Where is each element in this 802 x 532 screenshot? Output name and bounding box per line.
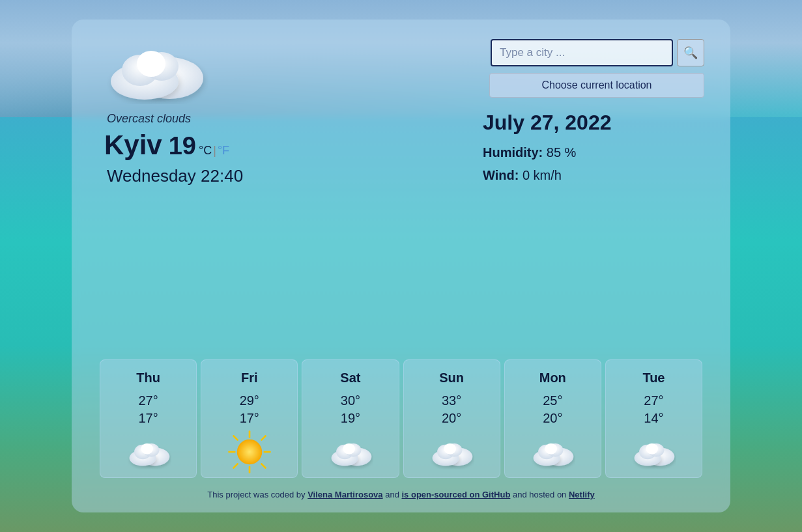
- forecast-day-name: Tue: [642, 371, 665, 385]
- wind-row: Wind: 0 km/h: [483, 168, 704, 183]
- forecast-temp-low: 20°: [442, 411, 461, 426]
- forecast-section: Thu 27° 17°: [98, 359, 704, 478]
- forecast-day-tue: Tue 27° 14°: [605, 359, 702, 478]
- footer-text-post: and hosted on: [510, 490, 569, 499]
- app-card: Overcast clouds Kyiv 19 °C|°F Wednesday …: [72, 20, 730, 512]
- svg-point-4: [137, 51, 165, 77]
- forecast-icon: [530, 434, 575, 469]
- footer: This project was coded by Vilena Martiro…: [98, 490, 704, 499]
- forecast-day-name: Fri: [241, 371, 258, 385]
- svg-line-16: [261, 436, 265, 440]
- city-name: Kyiv: [104, 130, 162, 161]
- datetime-display: Wednesday 22:40: [107, 166, 243, 186]
- footer-text-mid: and: [383, 490, 402, 499]
- footer-text-pre: This project was coded by: [207, 490, 308, 499]
- wind-value-text: 0 km/h: [523, 168, 562, 182]
- weather-stats: July 27, 2022 Humidity: 85 % Wind: 0 km/…: [483, 111, 704, 191]
- svg-point-23: [343, 443, 355, 455]
- humidity-label: Humidity:: [483, 145, 543, 160]
- weather-description: Overcast clouds: [107, 112, 191, 126]
- right-panel: 🔍 Choose current location July 27, 2022 …: [483, 39, 704, 191]
- svg-line-15: [261, 464, 265, 468]
- forecast-day-mon: Mon 25° 20°: [504, 359, 601, 478]
- forecast-icon: [126, 434, 171, 469]
- temperature-value: 19: [169, 132, 196, 160]
- forecast-temp-high: 29°: [240, 393, 259, 408]
- city-temperature: Kyiv 19 °C|°F: [104, 130, 229, 161]
- forecast-day-name: Mon: [539, 371, 566, 385]
- forecast-day-sun: Sun 33° 20°: [403, 359, 500, 478]
- forecast-temp-high: 25°: [543, 393, 562, 408]
- footer-netlify-link[interactable]: Netlify: [569, 490, 595, 499]
- search-button[interactable]: 🔍: [677, 39, 704, 66]
- forecast-day-sat: Sat 30° 19°: [302, 359, 399, 478]
- search-input[interactable]: [491, 39, 673, 66]
- svg-point-38: [646, 443, 659, 455]
- temperature-units: °C|°F: [199, 144, 229, 158]
- svg-point-28: [444, 443, 456, 455]
- celsius-unit[interactable]: °C: [199, 144, 212, 157]
- forecast-day-name: Thu: [136, 371, 160, 385]
- forecast-icon: [429, 434, 474, 469]
- location-button[interactable]: Choose current location: [489, 73, 704, 98]
- date-display: July 27, 2022: [483, 111, 704, 135]
- humidity-row: Humidity: 85 %: [483, 145, 704, 160]
- svg-line-17: [233, 464, 237, 468]
- search-row: 🔍: [483, 39, 704, 66]
- svg-point-18: [237, 439, 263, 464]
- forecast-icon: [328, 434, 373, 469]
- forecast-temp-high: 27°: [644, 393, 663, 408]
- svg-point-9: [141, 443, 153, 455]
- forecast-temp-low: 17°: [138, 411, 158, 426]
- forecast-temp-low: 20°: [543, 411, 562, 426]
- forecast-icon: [227, 434, 272, 469]
- fahrenheit-unit[interactable]: °F: [218, 144, 229, 157]
- forecast-day-fri: Fri 29° 17°: [201, 359, 298, 478]
- forecast-icon: [631, 434, 676, 469]
- forecast-temp-high: 30°: [341, 393, 360, 408]
- svg-line-14: [233, 436, 237, 440]
- forecast-temp-low: 19°: [341, 411, 360, 426]
- humidity-value-text: 85 %: [547, 145, 577, 160]
- forecast-day-thu: Thu 27° 17°: [100, 359, 197, 478]
- weather-icon: [104, 39, 208, 107]
- forecast-temp-low: 14°: [644, 411, 663, 426]
- forecast-day-name: Sun: [439, 371, 464, 385]
- footer-author-link[interactable]: Vilena Martirosova: [308, 490, 382, 499]
- svg-point-33: [545, 443, 558, 455]
- search-icon: 🔍: [683, 46, 698, 60]
- forecast-day-name: Sat: [340, 371, 360, 385]
- footer-github-link[interactable]: is open-sourced on GitHub: [401, 490, 510, 499]
- top-section: Overcast clouds Kyiv 19 °C|°F Wednesday …: [98, 39, 704, 191]
- left-info: Overcast clouds Kyiv 19 °C|°F Wednesday …: [98, 39, 243, 186]
- wind-label: Wind:: [483, 168, 519, 182]
- forecast-temp-high: 27°: [138, 393, 158, 408]
- forecast-temp-low: 17°: [240, 411, 259, 426]
- unit-separator: |: [213, 144, 216, 157]
- forecast-temp-high: 33°: [442, 393, 461, 408]
